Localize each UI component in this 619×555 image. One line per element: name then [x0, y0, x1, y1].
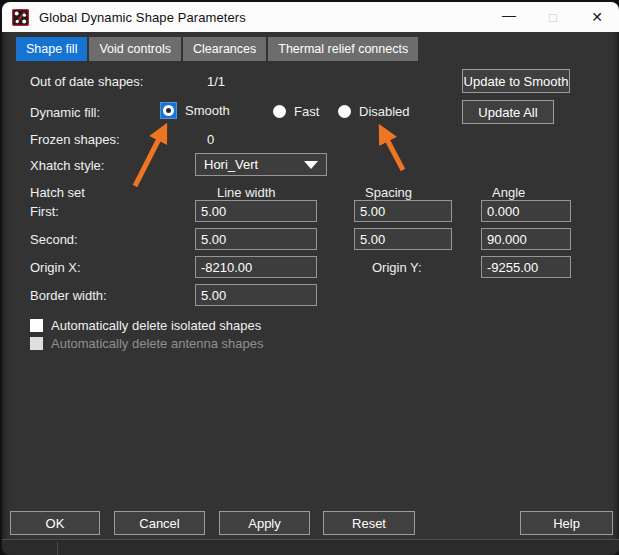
second-angle-input[interactable] — [481, 228, 571, 250]
cancel-button[interactable]: Cancel — [114, 511, 205, 535]
delete-antenna-shapes-row: Automatically delete antenna shapes — [30, 336, 263, 351]
arrow-to-smooth-radio — [135, 129, 164, 186]
fast-radio-label: Fast — [294, 104, 319, 119]
minimize-icon: — — [502, 8, 516, 22]
xhatch-style-value: Hori_Vert — [204, 157, 258, 172]
hatch-set-label: Hatch set — [30, 185, 85, 200]
disabled-radio[interactable] — [338, 105, 351, 118]
tab-void-controls[interactable]: Void controls — [89, 37, 181, 61]
out-of-date-shapes-label: Out of date shapes: — [30, 74, 143, 89]
maximize-button[interactable]: □ — [531, 2, 575, 32]
second-line-width-input[interactable] — [195, 228, 317, 250]
disabled-radio-label: Disabled — [359, 104, 410, 119]
first-angle-input[interactable] — [481, 200, 571, 222]
frozen-shapes-label: Frozen shapes: — [30, 132, 120, 147]
delete-isolated-shapes-checkbox[interactable] — [30, 319, 43, 332]
angle-column-header: Angle — [492, 185, 525, 200]
chevron-down-icon — [304, 161, 318, 169]
tab-shape-fill[interactable]: Shape fill — [16, 37, 87, 61]
pcb-shape-app-icon — [12, 9, 29, 26]
maximize-icon: □ — [549, 11, 557, 24]
tab-thermal-relief-connects[interactable]: Thermal relief connects — [268, 37, 418, 61]
delete-isolated-shapes-row: Automatically delete isolated shapes — [30, 318, 261, 333]
apply-button[interactable]: Apply — [219, 511, 310, 535]
first-spacing-input[interactable] — [354, 200, 452, 222]
spacing-column-header: Spacing — [365, 185, 412, 200]
smooth-radio-label: Smooth — [185, 103, 230, 118]
second-row-label: Second: — [30, 232, 78, 247]
update-to-smooth-button[interactable]: Update to Smooth — [462, 69, 570, 93]
xhatch-style-dropdown[interactable]: Hori_Vert — [195, 153, 327, 176]
border-width-input[interactable] — [195, 284, 317, 306]
second-spacing-input[interactable] — [354, 228, 452, 250]
dynamic-fill-label: Dynamic fill: — [30, 105, 100, 120]
smooth-radio[interactable] — [160, 102, 177, 119]
fast-radio[interactable] — [273, 105, 286, 118]
xhatch-style-label: Xhatch style: — [30, 158, 104, 173]
tab-bar: Shape fill Void controls Clearances Ther… — [16, 37, 418, 61]
radio-dot — [166, 108, 171, 113]
close-icon: ✕ — [591, 10, 603, 24]
reset-button[interactable]: Reset — [323, 511, 415, 535]
titlebar: Global Dynamic Shape Parameters — □ ✕ — [2, 2, 619, 32]
origin-x-input[interactable] — [195, 256, 317, 278]
origin-y-label: Origin Y: — [372, 260, 422, 275]
delete-isolated-shapes-label: Automatically delete isolated shapes — [51, 318, 261, 333]
radio-ring — [163, 105, 174, 116]
line-width-column-header: Line width — [217, 185, 276, 200]
tab-clearances[interactable]: Clearances — [183, 37, 266, 61]
status-strip-divider — [57, 542, 58, 555]
border-width-label: Border width: — [30, 288, 107, 303]
smooth-radio-option: Smooth — [160, 102, 230, 119]
delete-antenna-shapes-checkbox[interactable] — [30, 337, 43, 350]
out-of-date-shapes-value: 1/1 — [207, 74, 225, 89]
window-title: Global Dynamic Shape Parameters — [39, 10, 246, 25]
ok-button[interactable]: OK — [10, 511, 100, 535]
close-button[interactable]: ✕ — [575, 2, 619, 32]
global-dynamic-shape-parameters-dialog: Global Dynamic Shape Parameters — □ ✕ Sh… — [1, 1, 619, 555]
origin-y-input[interactable] — [481, 256, 571, 278]
arrow-to-disabled-radio — [382, 130, 403, 170]
first-row-label: First: — [30, 204, 59, 219]
delete-antenna-shapes-label: Automatically delete antenna shapes — [51, 336, 263, 351]
first-line-width-input[interactable] — [195, 200, 317, 222]
help-button[interactable]: Help — [520, 511, 613, 535]
origin-x-label: Origin X: — [30, 260, 81, 275]
status-strip — [2, 539, 619, 555]
minimize-button[interactable]: — — [487, 2, 531, 32]
update-all-button[interactable]: Update All — [462, 100, 554, 124]
window-controls: — □ ✕ — [487, 2, 619, 32]
frozen-shapes-value: 0 — [207, 132, 214, 147]
fast-radio-option: Fast — [273, 104, 319, 119]
disabled-radio-option: Disabled — [338, 104, 410, 119]
